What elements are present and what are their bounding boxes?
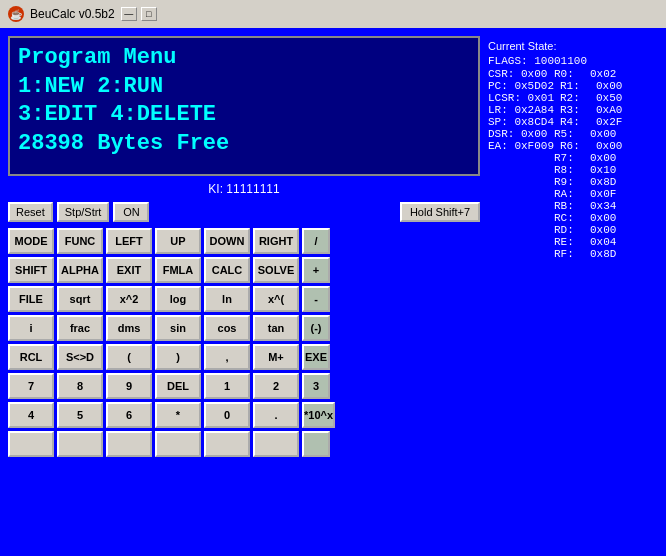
key-sqrt-2-1[interactable]: sqrt: [57, 286, 103, 312]
reg-value-5: 0x00: [590, 128, 640, 140]
key-row-0: MODEFUNCLEFTUPDOWNRIGHT/: [8, 228, 480, 254]
key-dms-3-2[interactable]: dms: [106, 315, 152, 341]
titlebar: ☕ BeuCalc v0.5b2 — □: [0, 0, 666, 28]
key-row-6: 456*0.*10^x: [8, 402, 480, 428]
reg-value-14: 0x04: [590, 236, 640, 248]
reg-value-2: 0x50: [596, 92, 646, 104]
reg-value-7: 0x00: [590, 152, 640, 164]
key-_-6-5[interactable]: .: [253, 402, 299, 428]
key-2-5-5[interactable]: 2: [253, 373, 299, 399]
main-content: Program Menu 1:NEW 2:RUN 3:EDIT 4:DELETE…: [0, 28, 666, 556]
reg-label-10: [488, 188, 548, 200]
register-row-15: RF:0x8D: [488, 248, 658, 260]
display-line1: Program Menu: [18, 44, 470, 73]
flags-value: FLAGS: 10001100: [488, 55, 587, 67]
register-row-11: RB:0x34: [488, 200, 658, 212]
key-3-5-6[interactable]: 3: [302, 373, 330, 399]
key-4-6-0[interactable]: 4: [8, 402, 54, 428]
key-CALC-1-4[interactable]: CALC: [204, 257, 250, 283]
key-0-6-4[interactable]: 0: [204, 402, 250, 428]
key-_-4-2[interactable]: (: [106, 344, 152, 370]
stp-strt-button[interactable]: Stp/Strt: [57, 202, 110, 222]
key-_10_x-6-6[interactable]: *10^x: [302, 402, 335, 428]
window-title: BeuCalc v0.5b2: [30, 7, 115, 21]
hold-button[interactable]: Hold Shift+7: [400, 202, 480, 222]
reg-value-3: 0xA0: [596, 104, 646, 116]
key-sin-3-3[interactable]: sin: [155, 315, 201, 341]
reg-name-2: R2:: [560, 92, 590, 104]
key-EXIT-1-2[interactable]: EXIT: [106, 257, 152, 283]
register-row-9: R9:0x8D: [488, 176, 658, 188]
key-log-2-3[interactable]: log: [155, 286, 201, 312]
key-SHIFT-1-0[interactable]: SHIFT: [8, 257, 54, 283]
key-empty-7-2: [106, 431, 152, 457]
key-FILE-2-0[interactable]: FILE: [8, 286, 54, 312]
reset-button[interactable]: Reset: [8, 202, 53, 222]
reg-value-13: 0x00: [590, 224, 640, 236]
key-8-5-1[interactable]: 8: [57, 373, 103, 399]
register-row-10: RA:0x0F: [488, 188, 658, 200]
key-_-6-3[interactable]: *: [155, 402, 201, 428]
reg-value-8: 0x10: [590, 164, 640, 176]
key-DEL-5-3[interactable]: DEL: [155, 373, 201, 399]
control-row: Reset Stp/Strt ON Hold Shift+7: [8, 200, 480, 224]
key-LEFT-0-2[interactable]: LEFT: [106, 228, 152, 254]
key-empty-7-4: [204, 431, 250, 457]
minimize-button[interactable]: —: [121, 7, 137, 21]
on-button[interactable]: ON: [113, 202, 149, 222]
key-S__D-4-1[interactable]: S<>D: [57, 344, 103, 370]
reg-name-12: RC:: [554, 212, 584, 224]
key-DOWN-0-4[interactable]: DOWN: [204, 228, 250, 254]
reg-label-13: [488, 224, 548, 236]
key-empty-7-0: [8, 431, 54, 457]
reg-value-4: 0x2F: [596, 116, 646, 128]
key-ln-2-4[interactable]: ln: [204, 286, 250, 312]
key-x__-2-5[interactable]: x^(: [253, 286, 299, 312]
key-RCL-4-0[interactable]: RCL: [8, 344, 54, 370]
key-5-6-1[interactable]: 5: [57, 402, 103, 428]
flags-row: FLAGS: 10001100: [488, 55, 658, 67]
key-UP-0-3[interactable]: UP: [155, 228, 201, 254]
key-SOLVE-1-5[interactable]: SOLVE: [253, 257, 299, 283]
reg-name-11: RB:: [554, 200, 584, 212]
key-cos-3-4[interactable]: cos: [204, 315, 250, 341]
key-MODE-0-0[interactable]: MODE: [8, 228, 54, 254]
key-x_2-2-2[interactable]: x^2: [106, 286, 152, 312]
reg-name-10: RA:: [554, 188, 584, 200]
key-_-0-6[interactable]: /: [302, 228, 330, 254]
register-row-1: PC: 0x5D02R1:0x00: [488, 80, 658, 92]
key-7-5-0[interactable]: 7: [8, 373, 54, 399]
reg-name-14: RE:: [554, 236, 584, 248]
key-EXE-4-6[interactable]: EXE: [302, 344, 330, 370]
key-FMLA-1-3[interactable]: FMLA: [155, 257, 201, 283]
reg-name-7: R7:: [554, 152, 584, 164]
register-row-7: R7:0x00: [488, 152, 658, 164]
key-_-1-6[interactable]: +: [302, 257, 330, 283]
key-ALPHA-1-1[interactable]: ALPHA: [57, 257, 103, 283]
key-frac-3-1[interactable]: frac: [57, 315, 103, 341]
key-6-6-2[interactable]: 6: [106, 402, 152, 428]
key-___-3-6[interactable]: (-): [302, 315, 330, 341]
key-i-3-0[interactable]: i: [8, 315, 54, 341]
key-row-3: ifracdmssincostan(-): [8, 315, 480, 341]
key-FUNC-0-1[interactable]: FUNC: [57, 228, 103, 254]
key-RIGHT-0-5[interactable]: RIGHT: [253, 228, 299, 254]
key-row-2: FILEsqrtx^2loglnx^(-: [8, 286, 480, 312]
state-title: Current State:: [488, 40, 658, 52]
register-row-14: RE:0x04: [488, 236, 658, 248]
key-tan-3-5[interactable]: tan: [253, 315, 299, 341]
registers-container: CSR: 0x00R0:0x02PC: 0x5D02R1:0x00LCSR: 0…: [488, 68, 658, 260]
register-panel: Current State: FLAGS: 10001100 CSR: 0x00…: [488, 36, 658, 548]
key-_-2-6[interactable]: -: [302, 286, 330, 312]
maximize-button[interactable]: □: [141, 7, 157, 21]
reg-label-2: LCSR: 0x01: [488, 92, 554, 104]
key-1-5-4[interactable]: 1: [204, 373, 250, 399]
reg-label-8: [488, 164, 548, 176]
key-9-5-2[interactable]: 9: [106, 373, 152, 399]
key-_-4-4[interactable]: ,: [204, 344, 250, 370]
key-_-4-3[interactable]: ): [155, 344, 201, 370]
key-empty-7-6: [302, 431, 330, 457]
register-row-0: CSR: 0x00R0:0x02: [488, 68, 658, 80]
reg-value-9: 0x8D: [590, 176, 640, 188]
key-M_-4-5[interactable]: M+: [253, 344, 299, 370]
